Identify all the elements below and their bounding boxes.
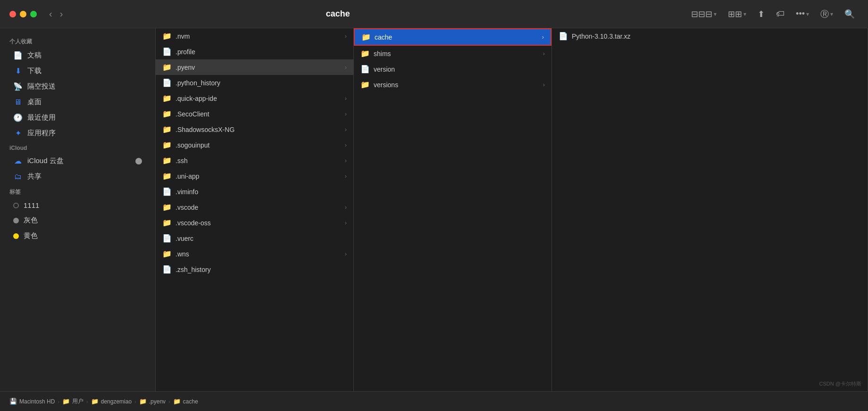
breadcrumb-dengzemiao[interactable]: 📁 dengzemiao	[91, 398, 132, 405]
chevron-right-icon: ›	[345, 126, 347, 133]
search-button[interactable]: 🔍	[841, 7, 859, 21]
airdrop-icon: 📡	[13, 82, 23, 91]
sidebar-item-label: 1111	[24, 201, 39, 209]
list-item[interactable]: 📄 .vuerc	[156, 230, 353, 246]
breadcrumb-separator: ›	[134, 399, 136, 404]
watermark: CSDN @卡尔特斯	[819, 380, 861, 387]
main-content: 个人收藏 📄 文稿 ⬇ 下载 📡 隔空投送 🖥 桌面 🕐 最近使用 ✦ 应用程序…	[0, 28, 868, 391]
file-name: .uni-app	[175, 173, 341, 180]
list-item[interactable]: 📁 .ssh ›	[156, 153, 353, 168]
list-item[interactable]: 📄 Python-3.10.3.tar.xz	[552, 28, 868, 44]
more-button[interactable]: ••• ▾	[792, 7, 813, 21]
list-item[interactable]: 📁 .vscode ›	[156, 199, 353, 215]
tag-button[interactable]: 🏷	[772, 7, 788, 21]
list-item[interactable]: 📁 shims ›	[354, 46, 551, 61]
folder-icon: 📁	[361, 33, 371, 41]
share-button[interactable]: ⬆	[754, 7, 768, 21]
window-title: cache	[0, 9, 687, 19]
breadcrumb-label: dengzemiao	[101, 398, 132, 405]
sidebar-item-downloads[interactable]: ⬇ 下载	[4, 64, 151, 78]
folder-icon: 📁	[162, 109, 172, 118]
sidebar-item-label: 文稿	[27, 51, 42, 60]
list-item[interactable]: 📁 versions ›	[354, 77, 551, 92]
chevron-right-icon: ›	[542, 33, 544, 41]
sidebar-item-label: 隔空投送	[27, 82, 56, 91]
sidebar-item-recents[interactable]: 🕐 最近使用	[4, 110, 151, 125]
file-icon: 📄	[162, 265, 172, 274]
file-name: .zsh_history	[175, 266, 347, 273]
view-grid-button[interactable]: ⊞⊞ ▾	[724, 7, 750, 21]
column-1: 📁 .nvm › 📄 .profile 📁 .pyenv › 📄 .python…	[156, 28, 354, 391]
file-name: .pyenv	[175, 64, 341, 71]
sidebar-item-airdrop[interactable]: 📡 隔空投送	[4, 79, 151, 94]
recents-icon: 🕐	[13, 113, 23, 122]
sidebar-item-label: 共享	[27, 172, 42, 181]
list-item[interactable]: 📁 .nvm ›	[156, 28, 353, 44]
file-icon: 📄	[162, 187, 172, 196]
breadcrumb-label: Macintosh HD	[19, 398, 55, 405]
list-item[interactable]: 📄 version	[354, 61, 551, 77]
list-item-cache[interactable]: 📁 cache ›	[354, 28, 551, 46]
sidebar-item-desktop[interactable]: 🖥 桌面	[4, 95, 151, 109]
breadcrumb-label: .pyenv	[149, 398, 166, 405]
drive-icon: 💾	[9, 398, 17, 405]
chevron-right-icon: ›	[345, 110, 347, 117]
more-chevron: ▾	[806, 11, 809, 17]
breadcrumb-cache[interactable]: 📁 cache	[173, 398, 198, 405]
folder-icon: 📁	[360, 49, 370, 58]
list-item[interactable]: 📁 .uni-app ›	[156, 168, 353, 184]
chevron-right-icon: ›	[345, 33, 347, 40]
sidebar: 个人收藏 📄 文稿 ⬇ 下载 📡 隔空投送 🖥 桌面 🕐 最近使用 ✦ 应用程序…	[0, 28, 156, 391]
list-item[interactable]: 📁 .wns ›	[156, 246, 353, 262]
breadcrumb-yonghu[interactable]: 📁 用户	[62, 397, 83, 405]
breadcrumb-pyenv[interactable]: 📁 .pyenv	[139, 398, 166, 405]
chevron-right-icon: ›	[345, 95, 347, 102]
file-name: .SecoClient	[175, 110, 341, 118]
list-item[interactable]: 📁 .sogouinput ›	[156, 137, 353, 153]
column-2: 📁 cache › 📁 shims › 📄 version 📁 versions…	[354, 28, 552, 391]
sidebar-item-tag-gray[interactable]: 灰色	[4, 213, 151, 228]
shared-icon: 🗂	[13, 173, 23, 181]
file-name: .wns	[175, 250, 341, 258]
breadcrumb-label: 用户	[72, 397, 83, 405]
file-name: shims	[374, 50, 539, 58]
file-icon: 📄	[162, 78, 172, 87]
list-item[interactable]: 📄 .profile	[156, 44, 353, 59]
tags-section-label: 标签	[0, 184, 155, 198]
file-name: .vscode-oss	[175, 219, 341, 227]
more-icon: •••	[796, 9, 805, 19]
file-columns: 📁 .nvm › 📄 .profile 📁 .pyenv › 📄 .python…	[156, 28, 868, 391]
file-name: Python-3.10.3.tar.xz	[572, 33, 861, 40]
list-item[interactable]: 📄 .viminfo	[156, 184, 353, 199]
tag-dot-yellow	[13, 233, 19, 239]
tag-icon: 🏷	[776, 9, 785, 19]
list-item[interactable]: 📁 .ShadowsocksX-NG ›	[156, 122, 353, 137]
sidebar-item-tag-1111[interactable]: 1111	[4, 198, 151, 212]
sidebar-item-label: 灰色	[24, 216, 38, 225]
sidebar-item-label: 最近使用	[27, 113, 56, 122]
sidebar-item-icloud-drive[interactable]: ☁ iCloud 云盘	[4, 154, 151, 168]
list-item[interactable]: 📄 .python_history	[156, 75, 353, 90]
list-item[interactable]: 📁 .quick-app-ide ›	[156, 90, 353, 106]
user-button[interactable]: Ⓡ ▾	[817, 7, 837, 22]
breadcrumb-macintosh-hd[interactable]: 💾 Macintosh HD	[9, 398, 55, 405]
sidebar-item-shared[interactable]: 🗂 共享	[4, 169, 151, 184]
file-name: .profile	[175, 48, 347, 56]
sidebar-item-documents[interactable]: 📄 文稿	[4, 48, 151, 63]
list-item[interactable]: 📁 .SecoClient ›	[156, 106, 353, 122]
sidebar-item-label: 桌面	[27, 98, 42, 107]
chevron-right-icon: ›	[345, 204, 347, 211]
sidebar-item-label: 下载	[27, 66, 42, 75]
file-name: .sogouinput	[175, 141, 341, 149]
file-name: .quick-app-ide	[175, 95, 341, 102]
sidebar-item-tag-yellow[interactable]: 黄色	[4, 229, 151, 243]
folder-icon: 📁	[162, 172, 172, 181]
share-icon: ⬆	[758, 9, 765, 19]
list-item[interactable]: 📄 .zsh_history	[156, 262, 353, 277]
sidebar-item-applications[interactable]: ✦ 应用程序	[4, 126, 151, 140]
list-item-pyenv[interactable]: 📁 .pyenv ›	[156, 59, 353, 75]
view-columns-button[interactable]: ⊟⊟⊟ ▾	[687, 7, 720, 21]
tag-dot-empty	[13, 203, 19, 208]
list-item[interactable]: 📁 .vscode-oss ›	[156, 215, 353, 230]
breadcrumb-separator: ›	[168, 399, 170, 404]
